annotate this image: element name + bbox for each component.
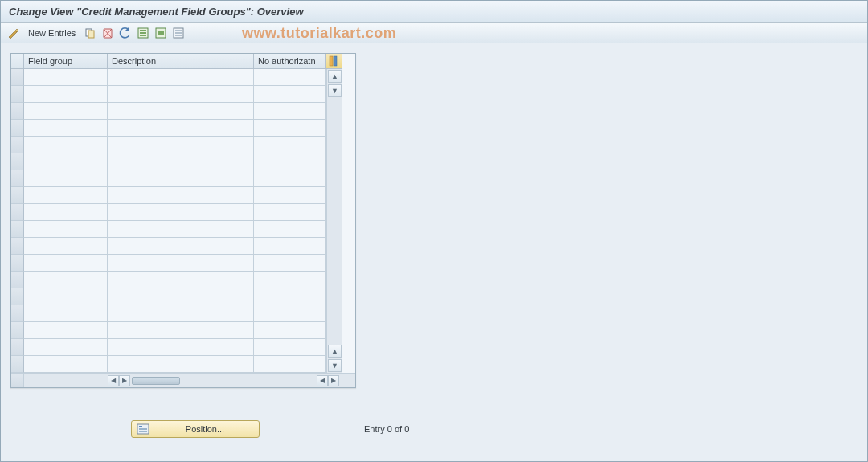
table-row[interactable] <box>11 339 326 356</box>
row-selector[interactable] <box>11 238 24 255</box>
table-row[interactable] <box>11 322 326 339</box>
table-row[interactable] <box>11 120 326 137</box>
vertical-scrollbar[interactable]: ▲ ▼ ▲ ▼ <box>326 69 342 373</box>
cell-description[interactable] <box>108 322 254 339</box>
row-selector[interactable] <box>11 322 24 339</box>
table-row[interactable] <box>11 221 326 238</box>
cell-field-group[interactable] <box>24 356 108 373</box>
toggle-display-change-icon[interactable] <box>7 27 20 39</box>
hscroll-thumb[interactable] <box>132 377 180 385</box>
cell-no-authorizatn[interactable] <box>254 356 326 373</box>
table-row[interactable] <box>11 86 326 103</box>
cell-no-authorizatn[interactable] <box>254 322 326 339</box>
table-row[interactable] <box>11 238 326 255</box>
cell-no-authorizatn[interactable] <box>254 86 326 103</box>
cell-no-authorizatn[interactable] <box>254 103 326 120</box>
new-entries-button[interactable]: New Entries <box>25 28 79 38</box>
cell-description[interactable] <box>108 238 254 255</box>
table-row[interactable] <box>11 103 326 120</box>
column-header-description[interactable]: Description <box>108 54 254 69</box>
column-header-no-authorizatn[interactable]: No authorizatn <box>254 54 326 69</box>
cell-description[interactable] <box>108 255 254 272</box>
table-settings-icon[interactable] <box>326 54 342 69</box>
row-selector[interactable] <box>11 356 24 373</box>
row-selector[interactable] <box>11 255 24 272</box>
cell-no-authorizatn[interactable] <box>254 272 326 288</box>
row-selector[interactable] <box>11 288 24 305</box>
cell-field-group[interactable] <box>24 69 108 86</box>
table-row[interactable] <box>11 204 326 221</box>
row-selector[interactable] <box>11 170 24 187</box>
select-all-column-header[interactable] <box>11 54 24 69</box>
cell-field-group[interactable] <box>24 322 108 339</box>
select-block-icon[interactable] <box>154 27 167 39</box>
row-selector[interactable] <box>11 103 24 120</box>
cell-no-authorizatn[interactable] <box>254 187 326 204</box>
delete-icon[interactable] <box>101 27 114 39</box>
scroll-left-icon[interactable]: ◀ <box>108 375 119 386</box>
cell-description[interactable] <box>108 272 254 288</box>
cell-field-group[interactable] <box>24 120 108 137</box>
cell-description[interactable] <box>108 170 254 187</box>
select-all-icon[interactable] <box>137 27 149 39</box>
cell-description[interactable] <box>108 288 254 305</box>
cell-description[interactable] <box>108 137 254 153</box>
cell-description[interactable] <box>108 221 254 238</box>
cell-description[interactable] <box>108 187 254 204</box>
row-selector[interactable] <box>11 69 24 86</box>
cell-field-group[interactable] <box>24 103 108 120</box>
table-row[interactable] <box>11 305 326 322</box>
table-row[interactable] <box>11 288 326 305</box>
cell-no-authorizatn[interactable] <box>254 137 326 153</box>
row-selector[interactable] <box>11 137 24 153</box>
scroll-down-icon[interactable]: ▼ <box>328 84 342 97</box>
table-row[interactable] <box>11 153 326 170</box>
row-selector[interactable] <box>11 339 24 356</box>
cell-field-group[interactable] <box>24 255 108 272</box>
row-selector[interactable] <box>11 221 24 238</box>
scroll-down-bottom-icon[interactable]: ▼ <box>328 359 342 372</box>
cell-field-group[interactable] <box>24 137 108 153</box>
row-selector[interactable] <box>11 120 24 137</box>
scroll-left-end-icon[interactable]: ◀ <box>317 375 328 386</box>
table-row[interactable] <box>11 170 326 187</box>
row-selector[interactable] <box>11 305 24 322</box>
horizontal-scrollbar[interactable]: ◀ ▶ ◀ ▶ <box>11 373 355 387</box>
cell-no-authorizatn[interactable] <box>254 305 326 322</box>
cell-field-group[interactable] <box>24 204 108 221</box>
cell-no-authorizatn[interactable] <box>254 221 326 238</box>
cell-field-group[interactable] <box>24 170 108 187</box>
cell-description[interactable] <box>108 204 254 221</box>
table-row[interactable] <box>11 69 326 86</box>
cell-no-authorizatn[interactable] <box>254 255 326 272</box>
cell-field-group[interactable] <box>24 86 108 103</box>
cell-field-group[interactable] <box>24 305 108 322</box>
cell-no-authorizatn[interactable] <box>254 120 326 137</box>
cell-no-authorizatn[interactable] <box>254 170 326 187</box>
cell-field-group[interactable] <box>24 272 108 288</box>
cell-field-group[interactable] <box>24 238 108 255</box>
row-selector[interactable] <box>11 272 24 288</box>
cell-description[interactable] <box>108 69 254 86</box>
cell-no-authorizatn[interactable] <box>254 238 326 255</box>
cell-field-group[interactable] <box>24 288 108 305</box>
cell-description[interactable] <box>108 305 254 322</box>
position-button[interactable]: Position... <box>131 420 260 438</box>
scroll-right-icon[interactable]: ▶ <box>119 375 130 386</box>
row-selector[interactable] <box>11 187 24 204</box>
cell-description[interactable] <box>108 86 254 103</box>
table-row[interactable] <box>11 356 326 373</box>
table-row[interactable] <box>11 187 326 204</box>
row-selector[interactable] <box>11 153 24 170</box>
copy-as-icon[interactable] <box>84 27 96 39</box>
cell-no-authorizatn[interactable] <box>254 288 326 305</box>
cell-description[interactable] <box>108 103 254 120</box>
scroll-up-icon[interactable]: ▲ <box>328 70 342 83</box>
cell-field-group[interactable] <box>24 339 108 356</box>
cell-no-authorizatn[interactable] <box>254 204 326 221</box>
scroll-right-end-icon[interactable]: ▶ <box>328 375 339 386</box>
table-row[interactable] <box>11 137 326 153</box>
cell-no-authorizatn[interactable] <box>254 69 326 86</box>
table-row[interactable] <box>11 272 326 288</box>
scroll-up-bottom-icon[interactable]: ▲ <box>328 345 342 358</box>
